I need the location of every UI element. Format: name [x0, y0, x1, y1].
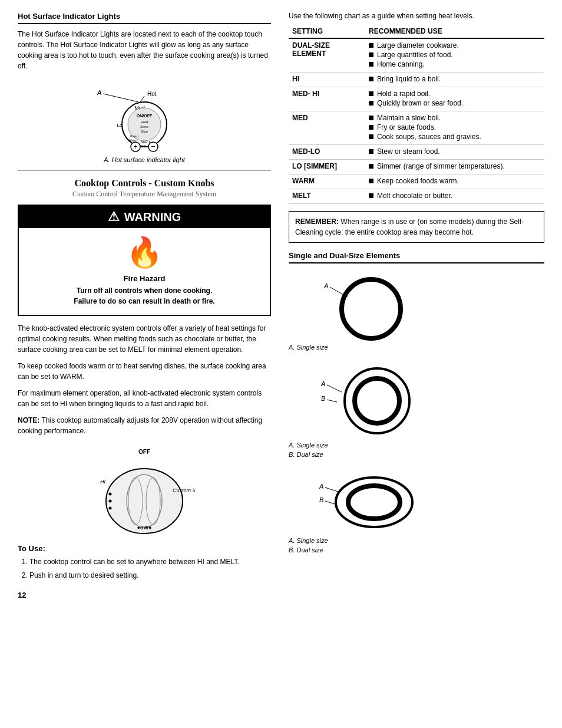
- hot-surface-section: Hot Surface Indicator Lights The Hot Sur…: [18, 12, 271, 163]
- body3: To keep cooked foods warm or to heat ser…: [18, 361, 271, 382]
- single-size-caption1: A. Single size: [289, 344, 328, 351]
- hot-surface-caption: A. Hot surface indicator light: [18, 156, 271, 163]
- heat-table-body: DUAL-SIZE ELEMENTLarge diameter cookware…: [289, 38, 544, 204]
- svg-point-27: [109, 500, 112, 503]
- bullet-icon: [369, 193, 373, 198]
- bullet-icon: [369, 134, 373, 139]
- to-use-list: The cooktop control can be set to anywhe…: [18, 556, 271, 581]
- use-text: Home canning.: [377, 60, 425, 68]
- heat-table-row-0: DUAL-SIZE ELEMENTLarge diameter cookware…: [289, 38, 544, 73]
- use-item: Maintain a slow boil.: [369, 114, 541, 122]
- setting-cell-0: DUAL-SIZE ELEMENT: [289, 38, 365, 73]
- use-text: Large diameter cookware.: [377, 41, 459, 50]
- heat-table-row-2: MED- HIHold a rapid boil.Quickly brown o…: [289, 87, 544, 111]
- warning-triangle-icon: ⚠: [108, 209, 120, 225]
- setting-cell-6: WARM: [289, 174, 365, 189]
- use-text: Simmer (range of simmer temperatures).: [377, 162, 505, 170]
- warning-content: 🔥 Fire Hazard Turn off all controls when…: [19, 228, 270, 315]
- bullet-icon: [369, 125, 373, 130]
- col-use-header: RECOMMENDED USE: [365, 25, 544, 38]
- dual-size-section: Single and Dual-Size Elements A A. Singl…: [289, 251, 544, 554]
- use-item: Hold a rapid boil.: [369, 90, 541, 98]
- use-item: Stew or steam food.: [369, 147, 541, 156]
- svg-text:Hot: Hot: [147, 91, 157, 97]
- use-text: Melt chocolate or butter.: [377, 192, 452, 200]
- svg-text:ON/OFF: ON/OFF: [137, 114, 153, 118]
- svg-line-41: [325, 487, 340, 492]
- warning-line1: Turn off all controls when done cooking.: [28, 286, 260, 295]
- svg-point-28: [109, 507, 112, 510]
- svg-text:Zone: Zone: [140, 125, 148, 129]
- bullet-icon: [369, 62, 373, 67]
- use-item: Keep cooked foods warm.: [369, 177, 541, 185]
- custom-knob-diagram: OFF HI: [18, 442, 271, 538]
- to-use-step2: Push in and turn to desired setting.: [29, 570, 271, 581]
- heat-table-row-6: WARMKeep cooked foods warm.: [289, 174, 544, 189]
- hot-surface-diagram: A Hot Med ON/OFF Lo: [18, 77, 271, 163]
- use-item: Quickly brown or sear food.: [369, 99, 541, 107]
- heat-table-row-7: MELTMelt chocolate or butter.: [289, 189, 544, 204]
- svg-text:Lo: Lo: [117, 123, 123, 128]
- element-diagram-1: A A. Single size: [289, 271, 544, 351]
- svg-text:A: A: [323, 282, 328, 289]
- bullet-icon: [369, 43, 373, 48]
- body4: For maximum element operation, all knob-…: [18, 388, 271, 409]
- right-column: Use the following chart as a guide when …: [289, 12, 544, 599]
- dual-caption2-a: A. Single size: [289, 537, 328, 544]
- use-item: Large diameter cookware.: [369, 41, 541, 50]
- svg-text:Size: Size: [141, 130, 148, 133]
- element-diagrams: A A. Single size A B: [289, 271, 544, 554]
- dual-caption2-b: B. Dual size: [289, 546, 323, 554]
- use-text: Cook soups, sauces and gravies.: [377, 133, 481, 141]
- bullet-icon: [369, 149, 373, 154]
- use-cell-0: Large diameter cookware.Large quantities…: [365, 38, 544, 73]
- remember-bold: REMEMBER:: [295, 218, 339, 226]
- element-diagram-3: A B A. Single size B. Dual size: [289, 470, 544, 554]
- use-cell-6: Keep cooked foods warm.: [365, 174, 544, 189]
- cooktop-heading: Cooktop Controls - Custom Knobs: [18, 178, 271, 189]
- use-text: Bring liquid to a boil.: [377, 75, 441, 83]
- svg-text:+: +: [133, 143, 137, 151]
- use-text: Stew or steam food.: [377, 147, 440, 156]
- svg-line-37: [327, 400, 337, 402]
- use-cell-2: Hold a rapid boil.Quickly brown or sear …: [365, 87, 544, 111]
- note-text: NOTE: This cooktop automatically adjusts…: [18, 415, 271, 436]
- heat-settings-table: SETTING RECOMMENDED USE DUAL-SIZE ELEMEN…: [289, 25, 544, 204]
- use-text: Large quantities of food.: [377, 51, 453, 59]
- col-setting-header: SETTING: [289, 25, 365, 38]
- dual-size-svg1: A B: [289, 363, 418, 439]
- use-item: Bring liquid to a boil.: [369, 75, 541, 83]
- svg-text:A: A: [319, 483, 323, 490]
- use-item: Fry or saute foods.: [369, 123, 541, 131]
- use-cell-5: Simmer (range of simmer temperatures).: [365, 160, 544, 174]
- use-cell-1: Bring liquid to a boil.: [365, 73, 544, 87]
- use-text: Fry or saute foods.: [377, 123, 436, 131]
- page-number: 12: [18, 591, 271, 599]
- svg-line-43: [325, 501, 335, 504]
- heat-table-row-4: MED-LOStew or steam food.: [289, 145, 544, 160]
- use-item: Melt chocolate or butter.: [369, 192, 541, 200]
- svg-text:A: A: [97, 89, 101, 96]
- svg-text:B: B: [319, 496, 323, 503]
- use-text: Maintain a slow boil.: [377, 114, 441, 122]
- setting-cell-5: LO [SIMMER]: [289, 160, 365, 174]
- bullet-icon: [369, 116, 373, 120]
- svg-point-39: [355, 378, 399, 423]
- warning-header: ⚠ WARNING: [19, 206, 270, 228]
- use-item: Home canning.: [369, 60, 541, 68]
- custom-knob-svg: OFF HI: [85, 442, 203, 536]
- svg-text:Heat: Heat: [141, 120, 148, 124]
- fire-hazard-label: Fire Hazard: [28, 274, 260, 283]
- dual-size-title: Single and Dual-Size Elements: [289, 251, 544, 263]
- svg-text:Warm: Warm: [128, 139, 137, 142]
- use-cell-4: Stew or steam food.: [365, 145, 544, 160]
- svg-text:Melt: Melt: [140, 144, 147, 148]
- hot-surface-body: The Hot Surface Indicator Lights are loc…: [18, 29, 271, 71]
- use-cell-7: Melt chocolate or butter.: [365, 189, 544, 204]
- use-item: Simmer (range of simmer temperatures).: [369, 162, 541, 170]
- use-item: Cook soups, sauces and gravies.: [369, 133, 541, 141]
- use-item: Large quantities of food.: [369, 51, 541, 59]
- bullet-icon: [369, 91, 373, 96]
- heat-table-row-3: MEDMaintain a slow boil.Fry or saute foo…: [289, 111, 544, 145]
- fire-icon: 🔥: [28, 235, 260, 269]
